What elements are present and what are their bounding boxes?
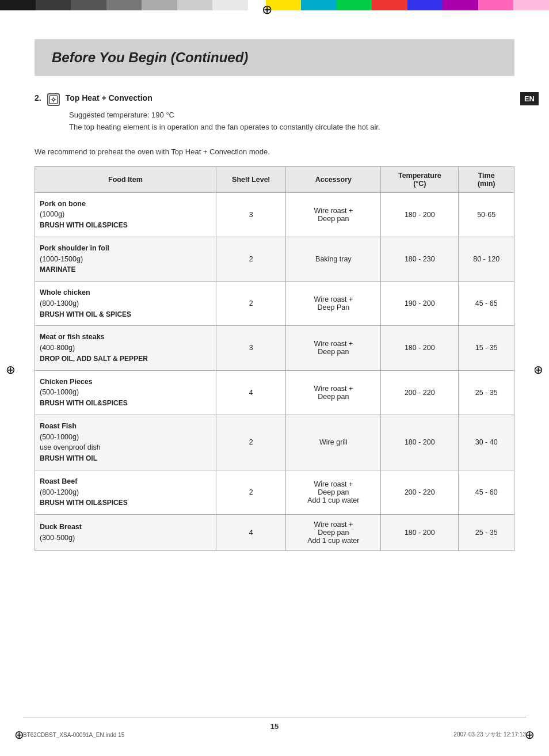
page-footer: 15 BT62CDBST_XSA-00091A_EN.indd 15 2007-… [0,717,549,739]
time-cell: 45 - 60 [459,470,514,514]
section-label: 2. Top Heat + Convection [35,93,514,106]
temperature-cell: 200 - 220 [381,370,459,415]
accessory-cell: Wire roast +Deep pan [286,192,381,237]
cb-swatch [407,0,443,10]
shelf-level-cell: 2 [216,282,285,326]
col-header-shelf-level: Shelf Level [216,166,285,192]
food-item-note: DROP OIL, ADD SALT & PEPPER [40,355,148,363]
registration-mark: ⊕ [262,2,272,17]
temperature-cell: 180 - 200 [381,192,459,237]
food-item-note: BRUSH WITH OIL&SPICES [40,399,128,407]
food-item-sub: (1000-1500g) [40,255,83,263]
page-number: 15 [23,722,526,731]
food-item-sub: (1000g) [40,210,64,218]
section-2: 2. Top Heat + Convection Suggested tempe… [35,93,514,134]
food-item-cell: Roast Fish(500-1000g)use ovenproof dishB… [35,415,216,470]
temperature-cell: 180 - 200 [381,415,459,470]
cb-swatch [337,0,372,10]
main-content: Before You Begin (Continued) 2. Top Heat… [0,16,549,574]
food-item-name: Pork on bone [40,200,86,208]
page-title: Before You Begin (Continued) [52,50,497,66]
accessory-cell: Wire roast +Deep panAdd 1 cup water [286,470,381,514]
food-item-sub: (300-500g) [40,534,75,542]
table-row: Meat or fish steaks(400-800g)DROP OIL, A… [35,326,514,370]
footer-divider [23,717,526,717]
food-item-name: Duck Breast [40,523,82,531]
time-cell: 25 - 35 [459,370,514,415]
food-item-cell: Whole chicken(800-1300g)BRUSH WITH OIL &… [35,282,216,326]
col-header-temperature: Temperature(°C) [381,166,459,192]
section-title: Top Heat + Convection [66,93,152,102]
time-cell: 25 - 35 [459,515,514,551]
temperature-cell: 180 - 200 [381,326,459,370]
food-item-cell: Chicken Pieces(500-1000g)BRUSH WITH OIL&… [35,370,216,415]
registration-mark-bottom-left: ⊕ [14,728,24,742]
en-badge: EN [520,92,539,105]
time-cell: 50-65 [459,192,514,237]
footer-right-text: 2007-03-23 ソサ壮 12:17:13 [453,731,526,739]
cb-swatch [106,0,142,10]
col-header-accessory: Accessory [286,166,381,192]
shelf-level-cell: 2 [216,415,285,470]
food-item-name: Chicken Pieces [40,378,93,386]
cb-swatch [177,0,213,10]
footer-left-text: BT62CDBST_XSA-00091A_EN.indd 15 [23,732,124,738]
page-header: Before You Begin (Continued) [35,39,514,76]
food-item-name: Roast Fish [40,422,77,430]
shelf-level-cell: 3 [216,192,285,237]
temperature-cell: 190 - 200 [381,282,459,326]
food-item-sub: (400-800g) [40,344,75,352]
shelf-level-cell: 2 [216,470,285,514]
cb-swatch [301,0,337,10]
cb-swatch [478,0,514,10]
col-header-food-item: Food Item [35,166,216,192]
time-cell: 30 - 40 [459,415,514,470]
table-row: Whole chicken(800-1300g)BRUSH WITH OIL &… [35,282,514,326]
cb-swatch [142,0,177,10]
food-item-sub: (800-1200g) [40,488,79,496]
temperature-cell: 180 - 230 [381,237,459,281]
time-cell: 15 - 35 [459,326,514,370]
cb-swatch [71,0,106,10]
col-header-time: Time(min) [459,166,514,192]
registration-mark-bottom-right: ⊕ [525,728,535,742]
temperature-cell: 180 - 200 [381,515,459,551]
table-row: Duck Breast(300-500g)4Wire roast +Deep p… [35,515,514,551]
food-item-name: Roast Beef [40,477,77,485]
food-table: Food Item Shelf Level Accessory Temperat… [35,166,514,552]
food-item-note: BRUSH WITH OIL & SPICES [40,310,131,318]
section-line-1: Suggested temperature: 190 °C [69,109,514,121]
color-bar-top [0,0,549,10]
section-description: Suggested temperature: 190 °C The top he… [69,109,514,134]
food-item-note: BRUSH WITH OIL [40,454,97,462]
shelf-level-cell: 3 [216,326,285,370]
table-row: Chicken Pieces(500-1000g)BRUSH WITH OIL&… [35,370,514,415]
shelf-level-cell: 4 [216,370,285,415]
food-item-name: Whole chicken [40,288,90,297]
accessory-cell: Wire roast +Deep Pan [286,282,381,326]
shelf-level-cell: 2 [216,237,285,281]
cb-swatch [513,0,549,10]
food-item-note: BRUSH WITH OIL&SPICES [40,499,128,507]
table-row: Pork shoulder in foil(1000-1500g)MARINAT… [35,237,514,281]
food-item-note: BRUSH WITH OIL&SPICES [40,221,128,229]
food-item-name: Pork shoulder in foil [40,244,109,252]
cb-swatch [36,0,71,10]
cb-swatch [443,0,478,10]
footer-content: BT62CDBST_XSA-00091A_EN.indd 15 2007-03-… [23,731,526,739]
temperature-cell: 200 - 220 [381,470,459,514]
food-item-sub: (500-1000g) [40,388,79,396]
accessory-cell: Wire roast +Deep pan [286,326,381,370]
section-line-2: The top heating element is in operation … [69,121,514,134]
table-row: Roast Fish(500-1000g)use ovenproof dishB… [35,415,514,470]
food-item-cell: Duck Breast(300-500g) [35,515,216,551]
food-item-note: MARINATE [40,265,75,273]
heat-convection-icon [47,93,60,106]
time-cell: 80 - 120 [459,237,514,281]
accessory-cell: Wire roast +Deep panAdd 1 cup water [286,515,381,551]
registration-mark-right: ⊕ [533,363,543,377]
registration-mark-left: ⊕ [6,363,16,377]
food-item-sub: (500-1000g)use ovenproof dish [40,433,101,452]
accessory-cell: Wire roast +Deep pan [286,370,381,415]
food-item-cell: Pork shoulder in foil(1000-1500g)MARINAT… [35,237,216,281]
